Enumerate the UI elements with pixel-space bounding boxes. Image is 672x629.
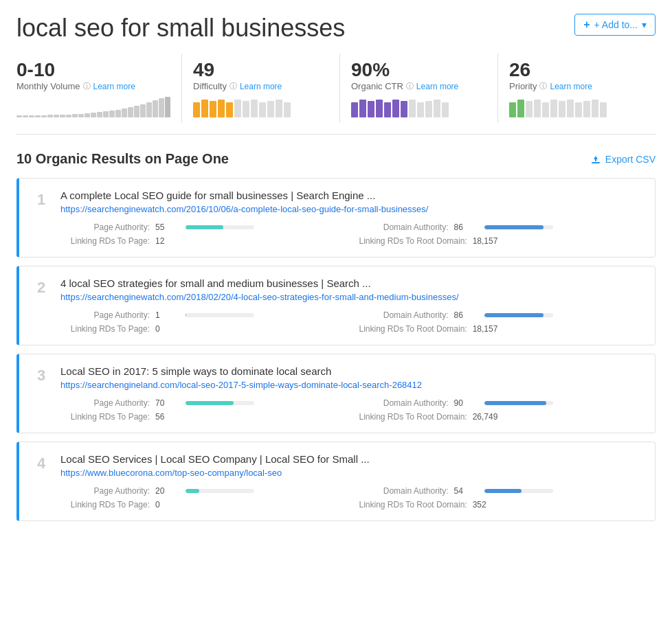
page-authority-bar-wrap-1 xyxy=(186,225,254,229)
page-authority-label-3: Page Authority: xyxy=(60,398,150,408)
domain-authority-bar-3 xyxy=(484,401,546,405)
result-content-3: Local SEO in 2017: 5 simple ways to domi… xyxy=(60,365,641,422)
page-authority-label-4: Page Authority: xyxy=(60,486,150,496)
difficulty-info-icon[interactable]: ⓘ xyxy=(229,81,237,91)
page-authority-value-2: 1 xyxy=(155,310,180,320)
linking-rds-domain-value-1: 18,157 xyxy=(473,236,498,246)
stat-page-authority-3: Page Authority: 70 xyxy=(60,398,343,408)
result-number-2: 2 xyxy=(33,279,49,297)
domain-authority-label-2: Domain Authority: xyxy=(359,310,449,320)
linking-rds-page-label-3: Linking RDs To Page: xyxy=(60,412,150,422)
domain-authority-label-1: Domain Authority: xyxy=(359,222,449,232)
results-section-header: 10 Organic Results on Page One Export CS… xyxy=(16,151,656,167)
linking-rds-page-label-4: Linking RDs To Page: xyxy=(60,500,150,510)
linking-rds-domain-label-1: Linking RDs To Root Domain: xyxy=(359,236,467,246)
result-stats-2: Page Authority: 1 Domain Authority: 86 xyxy=(60,310,641,334)
metric-organic-ctr: 90% Organic CTR ⓘ Learn more xyxy=(340,54,498,123)
result-url-2[interactable]: https://searchenginewatch.com/2018/02/20… xyxy=(60,292,641,302)
linking-rds-page-value-1: 12 xyxy=(155,236,180,246)
result-card-1: 1 A complete Local SEO guide for small b… xyxy=(16,178,656,258)
result-title-4: Local SEO Services | Local SEO Company |… xyxy=(60,453,641,465)
linking-rds-domain-label-2: Linking RDs To Root Domain: xyxy=(359,324,467,334)
linking-rds-page-value-3: 56 xyxy=(155,412,180,422)
difficulty-label: Difficulty xyxy=(193,81,227,91)
add-to-button[interactable]: + + Add to... ▾ xyxy=(574,14,656,36)
priority-learn-more[interactable]: Learn more xyxy=(550,82,592,91)
stat-domain-authority-3: Domain Authority: 90 xyxy=(359,398,642,408)
results-list: 1 A complete Local SEO guide for small b… xyxy=(16,178,656,521)
domain-authority-bar-2 xyxy=(484,313,544,317)
result-url-3[interactable]: https://searchengineland.com/local-seo-2… xyxy=(60,380,641,390)
page-authority-bar-2 xyxy=(186,313,186,317)
stat-domain-authority-2: Domain Authority: 86 xyxy=(359,310,642,320)
page-authority-value-3: 70 xyxy=(155,398,180,408)
linking-rds-page-label-2: Linking RDs To Page: xyxy=(60,324,150,334)
metric-monthly-volume: 0-10 Monthly Volume ⓘ Learn more xyxy=(16,54,182,123)
result-title-1: A complete Local SEO guide for small bus… xyxy=(60,190,641,201)
priority-label: Priority xyxy=(509,81,537,91)
priority-chart xyxy=(509,97,645,117)
stat-linking-rds-page-1: Linking RDs To Page: 12 xyxy=(60,236,343,246)
page-authority-label-1: Page Authority: xyxy=(60,222,150,232)
monthly-volume-learn-more[interactable]: Learn more xyxy=(93,82,135,91)
difficulty-value: 49 xyxy=(193,59,328,81)
page-authority-bar-wrap-4 xyxy=(186,489,254,493)
metrics-row: 0-10 Monthly Volume ⓘ Learn more xyxy=(16,54,656,135)
page-authority-bar-4 xyxy=(186,489,199,493)
metric-difficulty: 49 Difficulty ⓘ Learn more xyxy=(182,54,340,123)
result-url-4[interactable]: https://www.bluecorona.com/top-seo-compa… xyxy=(60,468,641,478)
monthly-volume-info-icon[interactable]: ⓘ xyxy=(83,81,91,91)
domain-authority-value-4: 54 xyxy=(454,486,479,496)
domain-authority-value-1: 86 xyxy=(454,222,479,232)
result-stats-4: Page Authority: 20 Domain Authority: 54 xyxy=(60,486,641,510)
result-stats-1: Page Authority: 55 Domain Authority: 86 xyxy=(60,222,641,246)
page-authority-value-4: 20 xyxy=(155,486,180,496)
monthly-volume-chart xyxy=(16,97,170,117)
domain-authority-label-3: Domain Authority: xyxy=(359,398,449,408)
domain-authority-bar-1 xyxy=(484,225,544,229)
domain-authority-value-3: 90 xyxy=(454,398,479,408)
stat-linking-rds-domain-1: Linking RDs To Root Domain: 18,157 xyxy=(359,236,642,246)
svg-rect-0 xyxy=(592,162,600,163)
stat-page-authority-1: Page Authority: 55 xyxy=(60,222,343,232)
result-content-1: A complete Local SEO guide for small bus… xyxy=(60,190,641,246)
priority-info-icon[interactable]: ⓘ xyxy=(539,81,547,91)
add-to-label: + Add to... xyxy=(594,19,638,30)
linking-rds-page-value-2: 0 xyxy=(155,324,180,334)
result-url-1[interactable]: https://searchenginewatch.com/2016/10/06… xyxy=(60,204,641,214)
page-title: local seo for small businesses xyxy=(16,14,345,43)
priority-value: 26 xyxy=(509,59,645,81)
linking-rds-page-value-4: 0 xyxy=(155,500,180,510)
results-section-title: 10 Organic Results on Page One xyxy=(16,151,229,167)
stat-domain-authority-1: Domain Authority: 86 xyxy=(359,222,642,232)
domain-authority-bar-wrap-2 xyxy=(484,313,553,317)
page-authority-bar-wrap-3 xyxy=(186,401,254,405)
monthly-volume-value: 0-10 xyxy=(16,59,170,81)
export-csv-label: Export CSV xyxy=(605,154,656,165)
organic-ctr-label: Organic CTR xyxy=(351,81,403,91)
linking-rds-domain-value-2: 18,157 xyxy=(473,324,498,334)
organic-ctr-chart xyxy=(351,97,486,117)
page-authority-bar-3 xyxy=(186,401,234,405)
difficulty-learn-more[interactable]: Learn more xyxy=(240,82,282,91)
result-stats-3: Page Authority: 70 Domain Authority: 90 xyxy=(60,398,641,422)
difficulty-chart xyxy=(193,97,328,117)
result-number-3: 3 xyxy=(33,367,49,385)
domain-authority-label-4: Domain Authority: xyxy=(359,486,449,496)
domain-authority-bar-wrap-1 xyxy=(484,225,553,229)
stat-linking-rds-page-3: Linking RDs To Page: 56 xyxy=(60,412,343,422)
stat-page-authority-2: Page Authority: 1 xyxy=(60,310,343,320)
stat-linking-rds-page-4: Linking RDs To Page: 0 xyxy=(60,500,343,510)
result-card-3: 3 Local SEO in 2017: 5 simple ways to do… xyxy=(16,354,656,433)
svg-marker-1 xyxy=(594,156,598,161)
page-authority-value-1: 55 xyxy=(155,222,180,232)
export-icon xyxy=(590,154,601,165)
stat-linking-rds-page-2: Linking RDs To Page: 0 xyxy=(60,324,343,334)
organic-ctr-learn-more[interactable]: Learn more xyxy=(416,82,458,91)
result-title-3: Local SEO in 2017: 5 simple ways to domi… xyxy=(60,365,641,377)
domain-authority-value-2: 86 xyxy=(454,310,479,320)
organic-ctr-info-icon[interactable]: ⓘ xyxy=(406,81,414,91)
linking-rds-page-label-1: Linking RDs To Page: xyxy=(60,236,150,246)
stat-linking-rds-domain-2: Linking RDs To Root Domain: 18,157 xyxy=(359,324,642,334)
export-csv-button[interactable]: Export CSV xyxy=(590,154,656,165)
